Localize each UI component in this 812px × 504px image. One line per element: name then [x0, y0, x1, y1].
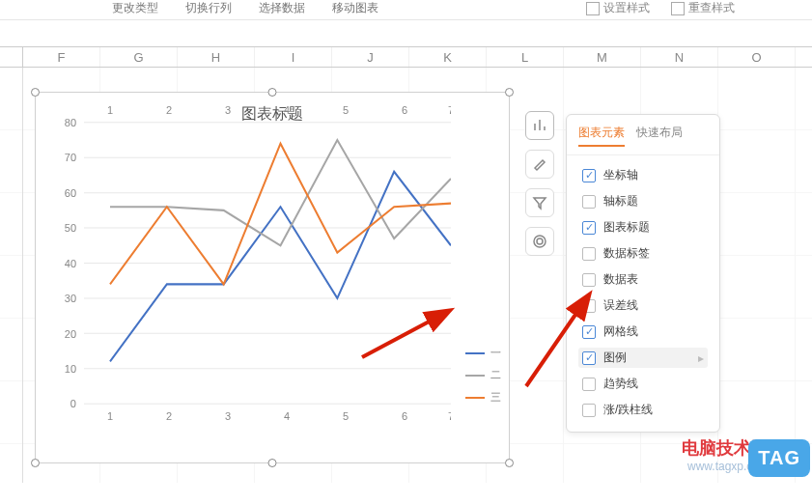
- checkbox-icon[interactable]: [582, 195, 596, 209]
- tag-badge: TAG: [748, 439, 810, 477]
- option-6[interactable]: 网格线: [578, 322, 708, 342]
- settings-gear-icon: [532, 234, 547, 249]
- option-5[interactable]: 误差线: [578, 295, 708, 316]
- col-header[interactable]: N: [641, 47, 718, 67]
- svg-text:2: 2: [166, 410, 172, 422]
- corner-cell[interactable]: [0, 47, 23, 67]
- ribbon-bar: 更改类型 切换行列 选择数据 移动图表 设置样式 重查样式: [0, 0, 812, 20]
- svg-text:1: 1: [107, 410, 113, 422]
- col-header[interactable]: F: [23, 47, 100, 67]
- checkbox-icon[interactable]: [582, 169, 596, 182]
- checkbox-icon[interactable]: [582, 351, 596, 365]
- checkbox-icon[interactable]: [582, 273, 596, 287]
- checkbox-icon[interactable]: [582, 299, 596, 313]
- svg-text:6: 6: [402, 104, 407, 116]
- option-3[interactable]: 数据标签: [578, 243, 708, 264]
- option-label: 图例: [603, 350, 627, 366]
- svg-text:70: 70: [65, 152, 76, 163]
- ribbon-set-style[interactable]: 设置样式: [586, 0, 650, 16]
- option-label: 网格线: [603, 323, 638, 340]
- option-label: 坐标轴: [603, 167, 638, 183]
- col-header[interactable]: L: [487, 47, 564, 67]
- resize-handle[interactable]: [268, 88, 277, 97]
- checkbox-icon[interactable]: [582, 404, 596, 417]
- checkbox-icon[interactable]: [582, 325, 596, 339]
- svg-text:40: 40: [65, 257, 76, 268]
- panel-tabs: 图表元素 快速布局: [567, 125, 719, 155]
- option-8[interactable]: 趋势线: [578, 374, 708, 394]
- col-header[interactable]: P: [796, 47, 812, 67]
- chart-elements-icon: [532, 118, 547, 133]
- ribbon-reset-style[interactable]: 重查样式: [671, 0, 735, 16]
- svg-text:3: 3: [225, 410, 231, 422]
- chart-settings-button[interactable]: [525, 227, 554, 256]
- ribbon-change-type[interactable]: 更改类型: [112, 0, 158, 16]
- legend-item[interactable]: 一: [465, 346, 501, 360]
- col-header[interactable]: O: [718, 47, 796, 67]
- tab-quick-layout[interactable]: 快速布局: [636, 125, 683, 147]
- col-header[interactable]: M: [564, 47, 641, 67]
- svg-text:5: 5: [343, 104, 349, 116]
- legend-item[interactable]: 二: [465, 368, 501, 382]
- option-9[interactable]: 涨/跌柱线: [578, 400, 708, 420]
- resize-handle[interactable]: [31, 88, 40, 97]
- y-axis: 80 70 60 50 40 30 20 10 0: [65, 117, 451, 410]
- option-2[interactable]: 图表标题: [578, 217, 708, 238]
- tab-chart-elements[interactable]: 图表元素: [578, 125, 625, 147]
- col-header[interactable]: G: [100, 47, 178, 67]
- option-7[interactable]: 图例▸: [578, 348, 708, 368]
- chart-filter-button[interactable]: [525, 188, 554, 217]
- checkbox-icon[interactable]: [582, 378, 596, 391]
- option-4[interactable]: 数据表: [578, 269, 708, 290]
- checkbox-icon[interactable]: [582, 247, 596, 261]
- col-header[interactable]: H: [178, 47, 255, 67]
- chart-side-toolbar: [525, 111, 554, 256]
- checkbox-list: 坐标轴轴标题图表标题数据标签数据表误差线网格线图例▸趋势线涨/跌柱线: [567, 155, 719, 420]
- resize-handle[interactable]: [268, 459, 277, 467]
- ribbon-switch-row-col[interactable]: 切换行列: [185, 0, 232, 16]
- plot-area[interactable]: 80 70 60 50 40 30 20 10 0 1 2 3 4: [65, 102, 451, 424]
- svg-text:1: 1: [107, 104, 113, 116]
- col-header[interactable]: J: [332, 47, 409, 67]
- cell-grid[interactable]: 图表标题 80 70 60: [0, 68, 812, 483]
- checkbox-icon[interactable]: [582, 221, 596, 235]
- svg-text:4: 4: [284, 104, 290, 116]
- svg-text:60: 60: [65, 187, 76, 199]
- option-1[interactable]: 轴标题: [578, 191, 708, 211]
- svg-text:5: 5: [343, 410, 349, 422]
- chart-elements-button[interactable]: [525, 111, 554, 140]
- svg-text:6: 6: [402, 410, 407, 422]
- legend-item[interactable]: 三: [465, 390, 501, 405]
- svg-text:4: 4: [284, 410, 290, 422]
- svg-text:0: 0: [70, 398, 76, 409]
- column-headers: F G H I J K L M N O P: [0, 46, 812, 68]
- svg-point-35: [537, 238, 543, 244]
- option-label: 轴标题: [603, 193, 638, 210]
- svg-text:30: 30: [65, 293, 76, 304]
- option-0[interactable]: 坐标轴: [578, 165, 708, 185]
- reset-icon: [671, 2, 685, 15]
- ribbon-move-chart[interactable]: 移动图表: [332, 0, 378, 16]
- filter-funnel-icon: [532, 195, 547, 210]
- option-label: 涨/跌柱线: [603, 402, 653, 418]
- chart-legend[interactable]: 一 二 三: [465, 346, 501, 405]
- resize-handle[interactable]: [505, 459, 514, 467]
- ribbon-select-data[interactable]: 选择数据: [259, 0, 305, 16]
- resize-handle[interactable]: [505, 88, 514, 97]
- chart-elements-panel: 图表元素 快速布局 坐标轴轴标题图表标题数据标签数据表误差线网格线图例▸趋势线涨…: [566, 114, 720, 433]
- chart-style-button[interactable]: [525, 150, 554, 179]
- style-brush-icon: [532, 156, 547, 172]
- resize-handle[interactable]: [31, 459, 40, 467]
- svg-point-36: [534, 236, 546, 247]
- svg-text:80: 80: [65, 117, 76, 128]
- option-label: 趋势线: [603, 376, 638, 392]
- embedded-chart[interactable]: 图表标题 80 70 60: [35, 92, 510, 463]
- layout-icon: [586, 2, 600, 15]
- option-label: 数据标签: [603, 245, 650, 262]
- col-header[interactable]: K: [409, 47, 487, 67]
- col-header[interactable]: I: [255, 47, 332, 67]
- svg-text:7: 7: [448, 410, 451, 422]
- svg-text:50: 50: [65, 222, 76, 234]
- worksheet-area: F G H I J K L M N O P 图表标题: [0, 46, 812, 504]
- option-label: 误差线: [603, 297, 638, 314]
